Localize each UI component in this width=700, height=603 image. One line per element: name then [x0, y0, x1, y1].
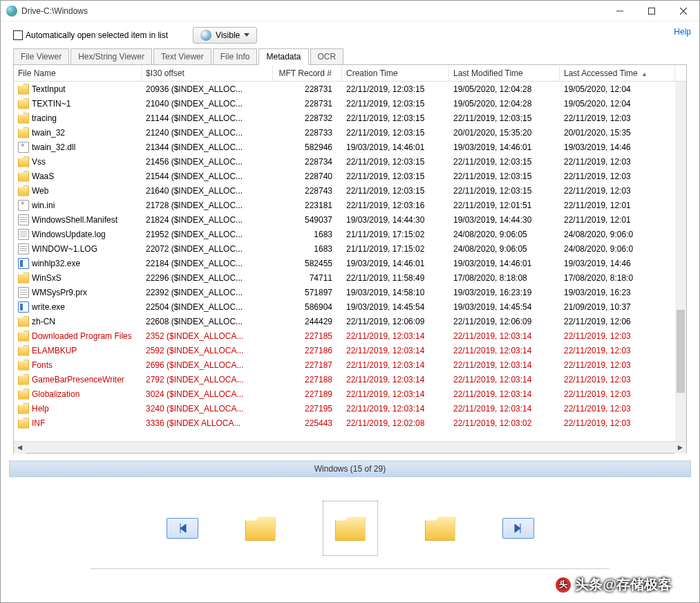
table-row[interactable]: WINDOW~1.LOG22072 ($INDEX_ALLOC...168321… [14, 241, 686, 256]
table-row[interactable]: Downloaded Program Files2352 ($INDEX_ALL… [14, 328, 686, 343]
table-row[interactable]: WaaS21544 ($INDEX_ALLOC...22874022/11/20… [14, 169, 686, 183]
mft-record: 228731 [273, 99, 342, 109]
table-row[interactable]: twain_3221240 ($INDEX_ALLOC...22873322/1… [14, 125, 686, 140]
table-row[interactable]: GameBarPresenceWriter2792 ($INDEX_ALLOCA… [14, 372, 686, 387]
accessed-time: 24/08/2020, 9:06:0 [560, 230, 675, 239]
i30-offset: 21040 ($INDEX_ALLOC... [142, 99, 273, 109]
file-name: WINDOW~1.LOG [32, 244, 97, 254]
tab-hex-string-viewer[interactable]: Hex/String Viewer [70, 48, 152, 65]
accessed-time: 19/03/2019, 14:46 [560, 142, 675, 152]
file-name: twain_32.dll [32, 142, 75, 152]
grid-body[interactable]: TextInput20936 ($INDEX_ALLOC...22873122/… [14, 82, 686, 441]
i30-offset: 2696 ($INDEX_ALLOCA... [142, 360, 273, 370]
tab-metadata[interactable]: Metadata [258, 48, 308, 65]
tab-file-info[interactable]: File Info [213, 48, 258, 65]
table-row[interactable]: WinSxS22296 ($INDEX_ALLOC...7471122/11/2… [14, 270, 686, 285]
minimize-button[interactable] [604, 1, 636, 21]
scrollbar-thumb[interactable] [677, 310, 685, 393]
file-name: win.ini [32, 201, 55, 210]
table-row[interactable]: WindowsShell.Manifest21824 ($INDEX_ALLOC… [14, 212, 686, 227]
i30-offset: 22296 ($INDEX_ALLOC... [142, 273, 273, 283]
col-i30-offset[interactable]: $I30 offset [142, 66, 273, 81]
svg-rect-1 [649, 8, 655, 14]
table-row[interactable]: win.ini21728 ($INDEX_ALLOC...22318122/11… [14, 198, 686, 212]
folder-icon [18, 127, 29, 138]
col-modified-time[interactable]: Last Modified Time [449, 66, 560, 81]
table-row[interactable]: twain_32.dll21344 ($INDEX_ALLOC...582946… [14, 140, 686, 154]
file-icon [18, 214, 29, 225]
col-accessed-label: Last Accessed Time [564, 68, 638, 78]
mft-record: 227195 [273, 404, 342, 414]
table-row[interactable]: TEXTIN~121040 ($INDEX_ALLOC...22873122/1… [14, 96, 686, 111]
table-row[interactable]: tracing21144 ($INDEX_ALLOC...22873222/11… [14, 111, 686, 125]
accessed-time: 22/11/2019, 12:03 [560, 389, 675, 399]
table-row[interactable]: write.exe22504 ($INDEX_ALLOC...58690419/… [14, 299, 686, 314]
i30-offset: 2592 ($INDEX_ALLOCA... [142, 346, 273, 355]
vertical-scrollbar[interactable] [675, 82, 686, 441]
file-icon [18, 287, 29, 298]
col-filename[interactable]: File Name [14, 66, 142, 81]
table-row[interactable]: zh-CN22608 ($INDEX_ALLOC...24442922/11/2… [14, 314, 686, 328]
thumbnail-item-selected[interactable] [323, 501, 378, 556]
table-row[interactable]: Help3240 ($INDEX_ALLOCA...22719522/11/20… [14, 401, 686, 416]
accessed-time: 22/11/2019, 12:01 [560, 201, 675, 210]
folder-icon [18, 345, 29, 356]
i30-offset: 21640 ($INDEX_ALLOC... [142, 186, 273, 196]
folder-icon [18, 374, 29, 385]
table-row[interactable]: TextInput20936 ($INDEX_ALLOC...22873122/… [14, 82, 686, 96]
table-row[interactable]: WMSysPr9.prx22392 ($INDEX_ALLOC...571897… [14, 285, 686, 299]
thumbnail-item[interactable] [413, 501, 468, 556]
table-row[interactable]: Vss21456 ($INDEX_ALLOC...22873422/11/201… [14, 154, 686, 169]
horizontal-scrollbar[interactable]: ◄ ► [14, 441, 686, 453]
modified-time: 19/03/2019, 14:44:30 [449, 215, 560, 225]
accessed-time: 19/03/2019, 16:23 [560, 288, 675, 297]
exe-icon [18, 258, 29, 269]
i30-offset: 3336 ($INDEX ALLOCA... [142, 418, 273, 428]
table-row[interactable]: Globalization3024 ($INDEX_ALLOCA...22718… [14, 387, 686, 401]
auto-open-checkbox[interactable]: Automatically open selected item in list [13, 30, 168, 40]
table-row[interactable]: Web21640 ($INDEX_ALLOC...22874322/11/201… [14, 183, 686, 198]
modified-time: 22/11/2019, 12:06:09 [449, 317, 560, 326]
file-name: WinSxS [32, 273, 62, 283]
visible-dropdown[interactable]: Visible [193, 27, 257, 44]
thumbnail-item[interactable] [233, 501, 288, 556]
table-row[interactable]: winhlp32.exe22184 ($INDEX_ALLOC...582455… [14, 256, 686, 270]
creation-time: 22/11/2019, 12:03:14 [342, 360, 449, 370]
scroll-left-icon[interactable]: ◄ [14, 442, 26, 454]
scroll-right-icon[interactable]: ► [674, 442, 686, 454]
creation-time: 22/11/2019, 11:58:49 [342, 273, 449, 283]
file-name: twain_32 [32, 128, 65, 138]
col-mft-record[interactable]: MFT Record # [273, 66, 342, 81]
mft-record: 227186 [273, 346, 342, 355]
col-creation-time[interactable]: Creation Time [342, 66, 449, 81]
i30-offset: 2352 ($INDEX_ALLOCA... [142, 331, 273, 341]
maximize-button[interactable] [636, 1, 668, 21]
table-row[interactable]: Fonts2696 ($INDEX_ALLOCA...22718722/11/2… [14, 358, 686, 372]
creation-time: 22/11/2019, 12:03:14 [342, 375, 449, 384]
table-row[interactable]: WindowsUpdate.log21952 ($INDEX_ALLOC...1… [14, 227, 686, 241]
i30-offset: 21344 ($INDEX_ALLOC... [142, 142, 273, 152]
table-row[interactable]: ELAMBKUP2592 ($INDEX_ALLOCA...22718622/1… [14, 343, 686, 358]
tab-ocr[interactable]: OCR [310, 48, 344, 65]
accessed-time: 19/05/2020, 12:04 [560, 99, 675, 109]
creation-time: 22/11/2019, 12:03:15 [342, 84, 449, 94]
next-page-button[interactable] [502, 518, 534, 539]
window-title: Drive-C:\Windows [21, 6, 604, 16]
creation-time: 22/11/2019, 12:03:15 [342, 186, 449, 196]
modified-time: 22/11/2019, 12:03:14 [449, 404, 560, 414]
close-button[interactable] [668, 1, 699, 21]
mft-record: 1683 [273, 244, 342, 254]
help-link[interactable]: Help [674, 27, 691, 37]
creation-time: 22/11/2019, 12:03:15 [342, 157, 449, 167]
table-row[interactable]: INF3336 ($INDEX ALLOCA...22544322/11/201… [14, 416, 686, 430]
i30-offset: 2792 ($INDEX_ALLOCA... [142, 375, 273, 384]
tab-file-viewer[interactable]: File Viewer [13, 48, 69, 65]
prev-page-button[interactable] [167, 518, 198, 539]
col-accessed-time[interactable]: Last Accessed Time ▴ [560, 66, 675, 81]
creation-time: 22/11/2019, 12:03:15 [342, 128, 449, 138]
creation-time: 22/11/2019, 12:02:08 [342, 418, 449, 428]
folder-icon [18, 84, 29, 95]
file-name: Globalization [32, 389, 79, 399]
file-name: INF [32, 418, 45, 428]
tab-text-viewer[interactable]: Text Viewer [153, 48, 211, 65]
